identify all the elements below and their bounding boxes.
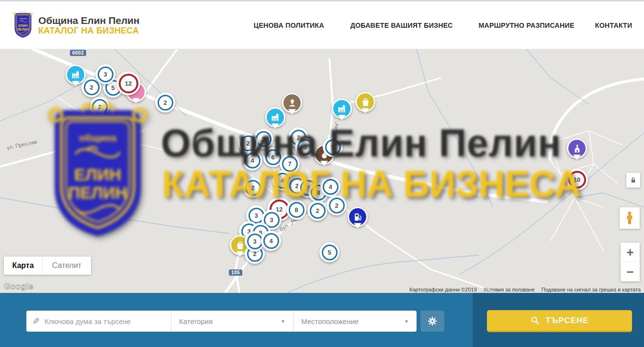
worker-icon <box>287 98 297 108</box>
cluster-count: 2 <box>335 202 338 209</box>
search-fields: ✎ Категория ▼ Местоположение ▼ <box>26 311 417 332</box>
svg-text:ЕЛИН: ЕЛИН <box>18 24 27 27</box>
nav-item-add-business[interactable]: ДОБАВЕТЕ ВАШИЯТ БИЗНЕС <box>350 21 453 30</box>
bag-icon <box>235 240 245 250</box>
cluster-marker[interactable]: 12 <box>116 71 140 95</box>
map-type-satellite-button[interactable]: Сателит <box>42 257 91 275</box>
cluster-count: 4 <box>250 157 254 164</box>
cluster-marker[interactable]: 2 <box>90 97 110 117</box>
pin-marker-church[interactable] <box>567 138 587 158</box>
cluster-count: 8 <box>294 206 298 213</box>
cluster-count: 2 <box>246 140 249 147</box>
category-select[interactable]: Категория ▼ <box>171 311 293 332</box>
pin-marker-worker[interactable] <box>282 93 302 113</box>
cluster-count: 5 <box>111 84 114 91</box>
location-select-value: Местоположение <box>301 317 359 325</box>
cluster-ring: 3 <box>297 139 313 155</box>
cluster-count: 5 <box>331 144 334 151</box>
cluster-count: 4 <box>281 177 284 184</box>
cluster-count: 10 <box>574 176 580 183</box>
pin-marker-factory[interactable] <box>265 107 285 127</box>
bag-icon <box>361 97 371 107</box>
factory-icon <box>337 104 347 114</box>
location-select[interactable]: Местоположение ▼ <box>293 311 417 332</box>
cluster-ring: 3 <box>247 234 263 249</box>
pegman-icon <box>624 211 635 225</box>
zoom-in-button[interactable]: + <box>621 243 640 262</box>
cluster-count: 12 <box>125 80 132 87</box>
site-header: община ЕЛИН ПЕЛИН Община Елин Пелин КАТА… <box>0 0 644 49</box>
cluster-count: 3 <box>253 238 256 245</box>
nav-item-contacts[interactable]: КОНТАКТИ <box>595 21 632 30</box>
cluster-marker[interactable]: 4 <box>242 150 262 170</box>
cluster-marker[interactable]: 2 <box>243 178 263 198</box>
cluster-count: 2 <box>98 103 101 111</box>
google-logo[interactable]: Google <box>4 282 34 291</box>
church-icon <box>572 144 582 154</box>
zoom-control: + − <box>621 243 640 281</box>
site-logo[interactable]: община ЕЛИН ПЕЛИН Община Елин Пелин КАТА… <box>12 11 139 39</box>
chevron-down-icon: ▼ <box>404 319 409 324</box>
cluster-count: 2 <box>251 184 254 191</box>
pin-marker-factory[interactable] <box>332 99 352 119</box>
cluster-marker[interactable]: 5 <box>323 137 343 157</box>
cluster-ring: 2 <box>92 99 108 115</box>
cluster-marker[interactable]: 2 <box>155 92 175 112</box>
page: община ЕЛИН ПЕЛИН Община Елин Пелин КАТА… <box>0 0 644 347</box>
cluster-ring: 2 <box>310 203 326 219</box>
lock-button[interactable] <box>626 173 640 188</box>
pin-marker-factory[interactable] <box>66 65 86 85</box>
cluster-ring: 2 <box>245 180 261 196</box>
settings-button[interactable] <box>420 311 444 332</box>
cluster-marker[interactable]: 2 <box>327 195 347 215</box>
cluster-marker[interactable]: 4 <box>320 177 340 197</box>
map-type-map-button[interactable]: Карта <box>4 257 42 275</box>
cluster-count: 2 <box>316 207 319 214</box>
cluster-ring: 5 <box>325 139 341 155</box>
cluster-marker[interactable]: 4 <box>261 231 281 251</box>
cluster-marker[interactable]: 2 <box>238 133 258 153</box>
cluster-marker[interactable]: 5 <box>319 242 339 262</box>
nav-item-pricing[interactable]: ЦЕНОВА ПОЛИТИКА <box>254 21 324 30</box>
cluster-marker[interactable]: 3 <box>95 64 115 84</box>
cluster-ring: 7 <box>282 156 298 172</box>
cluster-marker[interactable]: 8 <box>286 200 306 220</box>
street-view-pegman-button[interactable] <box>620 207 640 229</box>
svg-text:ПЕЛИН: ПЕЛИН <box>17 28 29 31</box>
markers-layer: 225312232235647422784128223338234510 <box>0 49 644 293</box>
category-select-value: Категория <box>179 317 213 325</box>
cluster-ring: 5 <box>322 245 338 260</box>
map-canvas[interactable]: 6002105 ул. Преславбул. „Новоселции“ 225… <box>0 49 644 293</box>
pin-marker-fuel[interactable] <box>348 207 368 227</box>
keyword-search-input[interactable] <box>45 317 165 325</box>
report-error-link[interactable]: Подаване на сигнал за грешка в картата <box>542 287 641 292</box>
cluster-marker[interactable]: 10 <box>566 168 588 190</box>
cluster-count: 2 <box>163 99 167 106</box>
map-copyright: Картографски данни ©2019 <box>409 287 477 292</box>
terms-link[interactable]: Условия за ползване <box>484 287 535 292</box>
pencil-icon: ✎ <box>32 316 40 327</box>
search-bar: ✎ Категория ▼ Местоположение ▼ <box>0 293 644 347</box>
cluster-ring: 2 <box>158 95 173 111</box>
svg-text:община: община <box>19 17 27 20</box>
cluster-ring: 10 <box>568 171 586 189</box>
cluster-marker[interactable]: 3 <box>295 137 315 157</box>
gear-icon <box>427 316 438 326</box>
factory-icon <box>71 70 81 80</box>
cluster-ring: 12 <box>119 74 138 93</box>
map-type-control: Карта Сателит <box>4 257 91 275</box>
cluster-count: 4 <box>269 237 272 245</box>
cluster-count: 3 <box>261 135 265 143</box>
cluster-count: 4 <box>328 183 332 190</box>
cluster-ring: 4 <box>245 153 260 168</box>
cluster-count: 3 <box>254 212 258 219</box>
cluster-count: 6 <box>271 154 274 161</box>
cluster-marker[interactable]: 2 <box>307 201 328 221</box>
search-button-label: ТЪРСЕНЕ <box>545 316 588 325</box>
cluster-ring: 8 <box>289 202 305 218</box>
search-button[interactable]: ТЪРСЕНЕ <box>487 310 632 332</box>
nav-item-route-schedule[interactable]: МАРШРУТНО РАЗПИСАНИЕ <box>478 21 574 30</box>
zoom-out-button[interactable]: − <box>621 262 640 281</box>
cluster-count: 5 <box>328 249 331 256</box>
pin-marker-bag[interactable] <box>355 92 375 112</box>
